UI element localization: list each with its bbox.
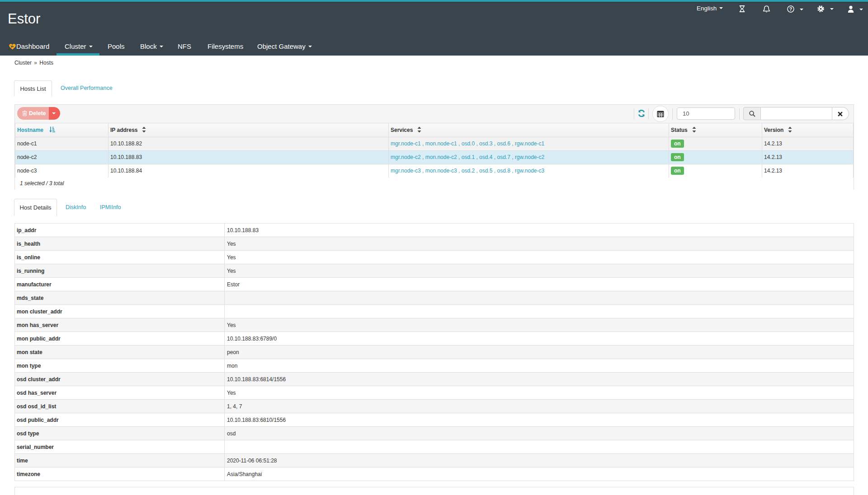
svg-text:?: ? [789,6,792,12]
